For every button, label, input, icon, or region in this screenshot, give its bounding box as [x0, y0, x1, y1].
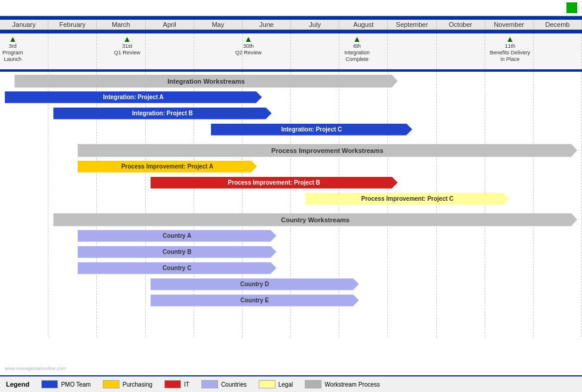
milestone-arrow-4: ▲: [506, 35, 514, 43]
grid-col-6: [291, 33, 339, 69]
legend-label-3: Countries: [221, 381, 247, 388]
grid-col-8: [388, 33, 436, 69]
legend-item-0: PMO Team: [41, 380, 91, 388]
month-cell-1: February: [48, 20, 97, 29]
legend-color-3: [201, 380, 218, 388]
gantt-row-10: Country Workstreams: [0, 212, 582, 228]
bar-label-8: Process Improvement: Project C: [362, 195, 454, 202]
milestone-3: ▲6thIntegrationComplete: [344, 35, 370, 62]
bar-label-13: Country C: [163, 265, 191, 271]
legend-color-5: [305, 380, 321, 388]
legend-label-5: Workstream Process: [324, 381, 380, 388]
bar-label-3: Integration: Project C: [281, 126, 342, 133]
gantt-row-3: Integration: Project C: [0, 121, 582, 137]
milestone-1: ▲31stQ1 Review: [114, 35, 140, 56]
grid-col-11: [534, 33, 582, 69]
legend-item-3: Countries: [201, 380, 247, 388]
gantt-row-14: Country D: [0, 276, 582, 292]
gantt-row-11: Country A: [0, 228, 582, 244]
milestone-label-0: 3rdProgramLaunch: [2, 43, 23, 62]
title-bar: [0, 0, 582, 16]
month-cell-9: October: [437, 20, 485, 29]
milestone-arrow-1: ▲: [123, 35, 131, 43]
bar-0: Integration Workstreams: [14, 75, 397, 88]
legend-color-0: [41, 380, 58, 388]
month-cell-6: July: [291, 20, 339, 29]
month-cell-5: June: [243, 20, 291, 29]
milestone-label-2: 30thQ2 Review: [235, 43, 262, 56]
legend-label-1: Purchasing: [122, 381, 152, 388]
month-cell-8: September: [388, 20, 436, 29]
gantt-row-12: Country B: [0, 244, 582, 260]
bar-label-6: Process Improvement: Project A: [121, 163, 213, 170]
legend-title: Legend: [6, 381, 29, 388]
bar-8: Process Improvement: Project C: [305, 193, 509, 205]
grid-col-1: [48, 33, 97, 69]
green-indicator: [566, 2, 577, 13]
milestones-section: ▲3rdProgramLaunch▲31stQ1 Review▲30thQ2 R…: [0, 33, 582, 69]
gantt-row-6: Process Improvement: Project A: [0, 158, 582, 174]
bar-12: Country B: [78, 246, 277, 258]
bar-2: Integration: Project B: [53, 108, 271, 120]
gantt-row-8: Process Improvement: Project C: [0, 191, 582, 207]
gantt-area: Integration WorkstreamsIntegration: Proj…: [0, 72, 582, 337]
milestone-label-1: 31stQ1 Review: [114, 43, 140, 56]
bar-label-11: Country A: [163, 232, 191, 239]
bar-11: Country A: [78, 230, 277, 242]
month-cell-7: August: [339, 20, 388, 29]
bar-label-10: Country Workstreams: [281, 216, 350, 223]
milestone-0: ▲3rdProgramLaunch: [2, 35, 23, 62]
month-cell-0: January: [0, 20, 48, 29]
bar-1: Integration: Project A: [5, 91, 262, 103]
gantt-row-0: Integration Workstreams: [0, 73, 582, 89]
gantt-row-13: Country C: [0, 260, 582, 276]
bar-10: Country Workstreams: [53, 213, 577, 226]
legend-item-4: Legal: [259, 380, 293, 388]
bar-13: Country C: [78, 262, 277, 274]
milestone-label-4: 11thBenefits Deliveryin Place: [490, 43, 531, 62]
legend-label-0: PMO Team: [61, 381, 91, 388]
watermark: www.managetrainonline.com: [5, 366, 66, 371]
bar-label-1: Integration: Project A: [103, 94, 164, 100]
milestone-4: ▲11thBenefits Deliveryin Place: [490, 35, 531, 62]
milestone-2: ▲30thQ2 Review: [235, 35, 262, 56]
bar-14: Country D: [151, 278, 359, 290]
legend-color-2: [164, 380, 181, 388]
legend-color-4: [259, 380, 275, 388]
month-cell-2: March: [97, 20, 145, 29]
month-cell-10: November: [485, 20, 534, 29]
legend-color-1: [103, 380, 120, 388]
legend-item-2: IT: [164, 380, 189, 388]
legend: Legend PMO TeamPurchasingITCountriesLega…: [0, 375, 582, 392]
bar-label-12: Country B: [163, 249, 191, 255]
month-cell-11: Decemb: [534, 20, 582, 29]
bar-label-14: Country D: [240, 281, 269, 287]
gantt-row-7: Process Improvement: Project B: [0, 174, 582, 191]
gantt-row-5: Process Improvement Workstreams: [0, 142, 582, 158]
bar-15: Country E: [151, 295, 359, 307]
legend-label-2: IT: [184, 381, 189, 388]
bar-label-7: Process Improvement: Project B: [228, 179, 320, 186]
month-cell-4: May: [194, 20, 243, 29]
bar-5: Process Improvement Workstreams: [78, 144, 577, 157]
milestone-label-3: 6thIntegrationComplete: [344, 43, 370, 62]
bar-3: Integration: Project C: [211, 124, 412, 136]
gantt-row-1: Integration: Project A: [0, 89, 582, 105]
bar-7: Process Improvement: Project B: [151, 177, 398, 189]
months-row: JanuaryFebruaryMarchAprilMayJuneJulyAugu…: [0, 20, 582, 30]
bar-label-0: Integration Workstreams: [167, 78, 244, 85]
bar-label-15: Country E: [240, 297, 269, 304]
milestone-arrow-2: ▲: [244, 35, 253, 43]
bar-label-5: Process Improvement Workstreams: [271, 147, 384, 154]
milestone-arrow-0: ▲: [8, 35, 17, 43]
bar-label-2: Integration: Project B: [132, 110, 193, 117]
legend-item-1: Purchasing: [103, 380, 152, 388]
month-cell-3: April: [146, 20, 194, 29]
grid-col-9: [437, 33, 485, 69]
gantt-row-15: Country E: [0, 292, 582, 308]
legend-item-5: Workstream Process: [305, 380, 380, 388]
milestone-arrow-3: ▲: [353, 35, 362, 43]
grid-col-3: [146, 33, 194, 69]
legend-label-4: Legal: [278, 381, 293, 388]
gantt-row-2: Integration: Project B: [0, 105, 582, 121]
